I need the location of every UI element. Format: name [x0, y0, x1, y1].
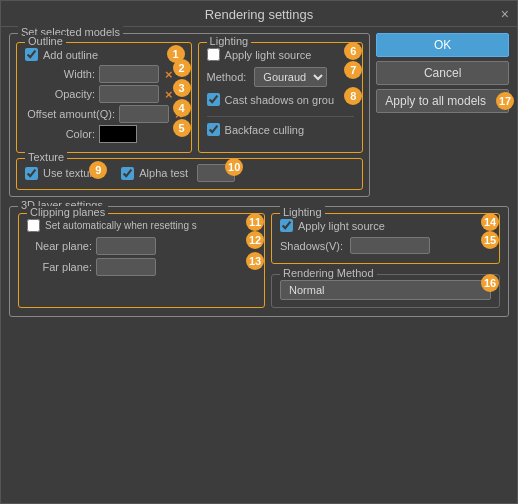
rendering-normal-button[interactable]: Normal [280, 280, 491, 300]
width-label: Width: [25, 68, 95, 80]
title-bar: Rendering settings × [1, 1, 517, 27]
offset-row: Offset amount(Q): 50 × 4 [25, 105, 183, 123]
far-label: Far plane: [27, 261, 92, 273]
opacity-label: Opacity: [25, 88, 95, 100]
badge-5: 5 [173, 119, 191, 137]
lighting2-box: Lighting Apply light source 14 Shadows(V… [271, 213, 500, 264]
method-row: Method: Gouraud 7 [207, 67, 355, 87]
offset-input[interactable]: 50 [119, 105, 169, 123]
lighting2-title: Lighting [280, 206, 325, 218]
width-input[interactable]: 10 [99, 65, 159, 83]
add-outline-checkbox[interactable] [25, 48, 38, 61]
badge-14: 14 [481, 213, 499, 231]
set-auto-label: Set automatically when resetting s [45, 220, 197, 231]
method-label: Method: [207, 71, 247, 83]
3d-layer-section: 3D layer settings Clipping planes Set au… [9, 206, 509, 317]
window-title: Rendering settings [205, 7, 313, 22]
alpha-test-row: Alpha test 0.00 10 [121, 164, 235, 182]
apply-light-row: Apply light source 6 [207, 48, 355, 61]
alpha-test-label: Alpha test [139, 167, 188, 179]
apply-light2-checkbox[interactable] [280, 219, 293, 232]
use-texture-row: Use texture 9 [25, 167, 99, 180]
color-label: Color: [25, 128, 95, 140]
badge-8: 8 [344, 87, 362, 105]
texture-title: Texture [25, 151, 67, 163]
cast-shadows-label: Cast shadows on grou [225, 94, 334, 106]
clipping-box: Clipping planes Set automatically when r… [18, 213, 265, 308]
set-auto-row: Set automatically when resetting s 11 [27, 219, 256, 232]
badge-16: 16 [481, 274, 499, 292]
window: Rendering settings × Set selected models… [0, 0, 518, 504]
lighting-title: Lighting [207, 35, 252, 47]
shadows-row: Shadows(V): Follow light sou 15 [280, 237, 491, 254]
badge-17: 17 [496, 92, 514, 110]
opacity-row: Opacity: 255 × 3 [25, 85, 183, 103]
apply-light2-row: Apply light source 14 [280, 219, 491, 232]
action-buttons: OK Cancel Apply to all models 17 [376, 33, 509, 113]
badge-12: 12 [246, 231, 264, 249]
shadows-label: Shadows(V): [280, 240, 343, 252]
badge-6: 6 [344, 42, 362, 60]
rendering-box: Rendering Method Normal 16 [271, 274, 500, 308]
opacity-x-icon: × [165, 87, 173, 102]
backface-checkbox[interactable] [207, 123, 220, 136]
cast-shadows-row: Cast shadows on grou 8 [207, 93, 355, 106]
cancel-button[interactable]: Cancel [376, 61, 509, 85]
apply-light-label: Apply light source [225, 49, 312, 61]
alpha-test-checkbox[interactable] [121, 167, 134, 180]
3d-inner: Clipping planes Set automatically when r… [18, 213, 500, 308]
opacity-input[interactable]: 255 [99, 85, 159, 103]
badge-3: 3 [173, 79, 191, 97]
set-selected-box: Set selected models Outline Add outline [9, 33, 370, 197]
lighting-box: Lighting Apply light source 6 [198, 42, 364, 153]
badge-2: 2 [173, 59, 191, 77]
ok-button[interactable]: OK [376, 33, 509, 57]
apply-light-checkbox[interactable] [207, 48, 220, 61]
far-row: Far plane: 99045 13 [27, 258, 256, 276]
add-outline-label: Add outline [43, 49, 98, 61]
far-input[interactable]: 99045 [96, 258, 156, 276]
texture-box: Texture Use texture 9 Alpha test 0.00 [16, 158, 363, 190]
shadows-input[interactable]: Follow light sou [350, 237, 430, 254]
badge-13: 13 [246, 252, 264, 270]
width-x-icon: × [165, 67, 173, 82]
badge-7: 7 [344, 61, 362, 79]
outline-title: Outline [25, 35, 66, 47]
outline-box: Outline Add outline 1 Width: [16, 42, 192, 153]
badge-15: 15 [481, 231, 499, 249]
close-button[interactable]: × [501, 6, 509, 22]
method-select[interactable]: Gouraud [254, 67, 327, 87]
use-texture-checkbox[interactable] [25, 167, 38, 180]
apply-light2-label: Apply light source [298, 220, 385, 232]
add-outline-row: Add outline 1 [25, 48, 183, 61]
near-input[interactable]: 49 [96, 237, 156, 255]
rendering-title: Rendering Method [280, 267, 377, 279]
near-row: Near plane: 49 12 [27, 237, 256, 255]
width-row: Width: 10 × 2 [25, 65, 183, 83]
backface-label: Backface culling [225, 124, 305, 136]
backface-row: Backface culling [207, 116, 355, 136]
badge-4: 4 [173, 99, 191, 117]
clipping-title: Clipping planes [27, 206, 108, 218]
offset-label: Offset amount(Q): [25, 108, 115, 120]
near-label: Near plane: [27, 240, 92, 252]
badge-9: 9 [89, 161, 107, 179]
set-auto-checkbox[interactable] [27, 219, 40, 232]
color-row: Color: 5 [25, 125, 183, 143]
color-swatch[interactable] [99, 125, 137, 143]
apply-all-button[interactable]: Apply to all models 17 [376, 89, 509, 113]
badge-11: 11 [246, 213, 264, 231]
cast-shadows-checkbox[interactable] [207, 93, 220, 106]
badge-10: 10 [225, 158, 243, 176]
